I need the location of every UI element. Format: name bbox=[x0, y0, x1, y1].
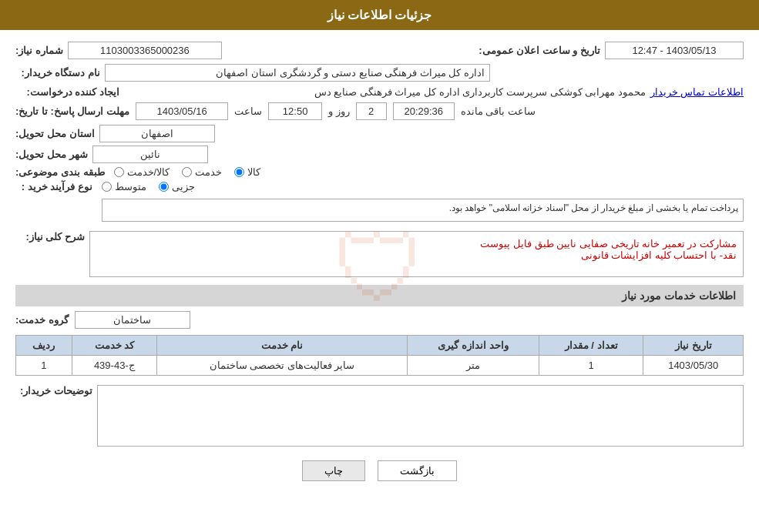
farayand-note: پرداخت تمام یا بخشی از مبلغ خریدار از مح… bbox=[102, 199, 744, 222]
cell-nam: سایر فعالیت‌های تخصصی ساختمان bbox=[156, 356, 407, 376]
col-nam-khadamat: نام خدمت bbox=[156, 336, 407, 356]
mohlat-label: مهلت ارسال پاسخ: تا تاریخ: bbox=[15, 105, 129, 117]
radio-motevaset[interactable] bbox=[102, 182, 112, 192]
radio-khadamat[interactable] bbox=[182, 167, 192, 177]
nooe-farayand-label: نوع فرآیند خرید : bbox=[15, 181, 92, 192]
ostan-value: اصفهان bbox=[99, 125, 215, 142]
shahr-value: نائین bbox=[92, 146, 208, 163]
print-button[interactable]: چاپ bbox=[302, 460, 365, 481]
page-header: جزئیات اطلاعات نیاز bbox=[0, 0, 759, 30]
page-title: جزئیات اطلاعات نیاز bbox=[327, 8, 432, 22]
remaining-label: ساعت باقی مانده bbox=[461, 105, 536, 117]
rooz-label: روز و bbox=[328, 105, 350, 117]
khadamat-section-title: اطلاعات خدمات مورد نیاز bbox=[15, 285, 744, 306]
table-row: 1403/05/30 1 متر سایر فعالیت‌های تخصصی س… bbox=[16, 356, 744, 376]
radio-kala-label: کالا bbox=[247, 166, 260, 178]
ostan-label: استان محل تحویل: bbox=[15, 128, 95, 139]
saat-label: ساعت bbox=[234, 105, 262, 117]
radio-kala-item: کالا bbox=[234, 166, 260, 178]
col-tarikh-niaz: تاریخ نیاز bbox=[643, 336, 744, 356]
button-row: بازگشت چاپ bbox=[15, 460, 744, 481]
radio-kala-khadamat-label: کالا/خدمت bbox=[127, 166, 170, 178]
tosihaat-label: توضیحات خریدار: bbox=[15, 385, 92, 396]
cell-tedad: 1 bbox=[539, 356, 643, 376]
ijad-konande-label: ایجاد کننده درخواست: bbox=[15, 86, 119, 98]
radio-motevaset-item: متوسط bbox=[102, 181, 146, 192]
group-service-value: ساختمان bbox=[75, 311, 190, 329]
col-vahed-andazegiri: واحد اندازه گیری bbox=[407, 336, 539, 356]
sharh-value: مشارکت در تعمیر خانه تاریخی صفایی نایین … bbox=[89, 231, 744, 277]
radio-jozee[interactable] bbox=[159, 182, 169, 192]
remaining-value: 20:29:36 bbox=[393, 102, 455, 120]
radio-kala[interactable] bbox=[234, 167, 244, 177]
tarikh-saat-label: تاریخ و ساعت اعلان عمومی: bbox=[479, 45, 600, 56]
col-radif: ردیف bbox=[16, 336, 72, 356]
shomare-niaz-label: شماره نیاز: bbox=[15, 45, 63, 56]
shomare-niaz-value: 1103003365000236 bbox=[68, 42, 222, 59]
col-kod-khadamat: کد خدمت bbox=[72, 336, 156, 356]
cell-tarikh: 1403/05/30 bbox=[643, 356, 744, 376]
main-container: جزئیات اطلاعات نیاز 🛡 تاریخ و ساعت اعلان… bbox=[0, 0, 759, 532]
tosihaat-textarea[interactable] bbox=[97, 385, 744, 447]
ejad-link[interactable]: اطلاعات تماس خریدار bbox=[650, 86, 744, 98]
nam-dastgah-value: اداره کل میراث فرهنگی صنایع دستی و گردشگ… bbox=[105, 64, 490, 82]
radio-kala-khadamat[interactable] bbox=[114, 167, 124, 177]
back-button[interactable]: بازگشت bbox=[378, 460, 457, 481]
saat-value: 12:50 bbox=[268, 102, 322, 120]
radio-khadamat-item: خدمت bbox=[182, 166, 222, 178]
content-area: 🛡 تاریخ و ساعت اعلان عمومی: 1403/05/13 -… bbox=[0, 30, 759, 507]
radio-khadamat-label: خدمت bbox=[195, 166, 222, 178]
tarikh-saat-value: 1403/05/13 - 12:47 bbox=[605, 42, 744, 59]
radio-motevaset-label: متوسط bbox=[115, 181, 146, 192]
radio-kala-khadamat-item: کالا/خدمت bbox=[114, 166, 170, 178]
radio-jozee-label: جزیی bbox=[172, 181, 195, 192]
cell-radif: 1 bbox=[16, 356, 72, 376]
sharh-label: شرح کلی نیاز: bbox=[15, 231, 85, 243]
rooz-value: 2 bbox=[356, 102, 387, 120]
cell-vahed: متر bbox=[407, 356, 539, 376]
shahr-label: شهر محل تحویل: bbox=[15, 149, 88, 160]
nam-dastgah-label: نام دستگاه خریدار: bbox=[15, 67, 100, 79]
date-value: 1403/05/16 bbox=[136, 102, 228, 120]
tabaghebandi-label: طبقه بندی موضوعی: bbox=[15, 166, 105, 178]
group-service-label: گروه خدمت: bbox=[15, 314, 69, 326]
services-table: تاریخ نیاز تعداد / مقدار واحد اندازه گیر… bbox=[15, 335, 744, 376]
col-tedad-megdar: تعداد / مقدار bbox=[539, 336, 643, 356]
radio-jozee-item: جزیی bbox=[159, 181, 195, 192]
ijad-konande-value: محمود مهرابی کوشکی سرپرست کاربرداری ادار… bbox=[124, 86, 646, 98]
cell-kod: ج-43-439 bbox=[72, 356, 156, 376]
